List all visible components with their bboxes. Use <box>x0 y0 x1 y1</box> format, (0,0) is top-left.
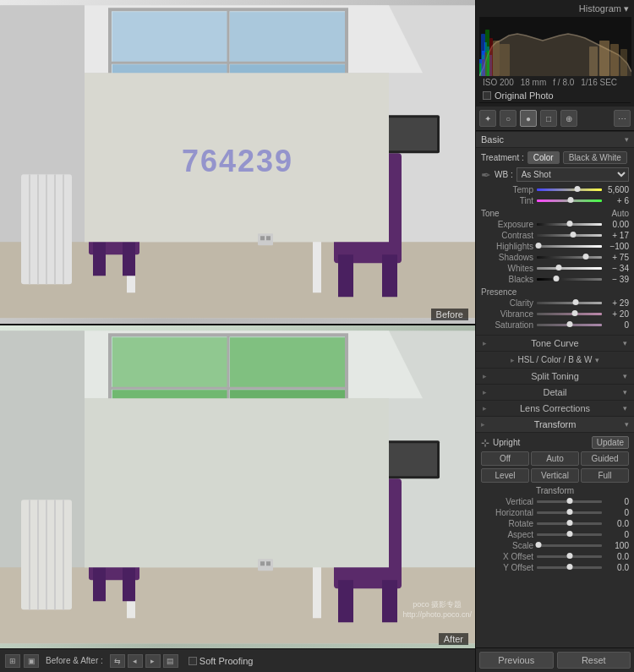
exposure-slider[interactable] <box>537 223 602 226</box>
vibrance-slider[interactable] <box>537 313 602 315</box>
transform-section-header[interactable]: ▸ Transform ▾ <box>476 416 634 433</box>
contrast-slider[interactable] <box>537 234 602 237</box>
basic-arrow: ▾ <box>625 135 629 144</box>
next-state-btn[interactable]: ▸ <box>145 654 161 668</box>
shutter-speed: 1/16 SEC <box>581 78 617 87</box>
radial-tool[interactable]: ⊕ <box>560 110 577 127</box>
whites-thumb[interactable] <box>556 265 562 270</box>
tone-curve-arrow: ▾ <box>623 339 627 347</box>
tone-curve-section[interactable]: ▸ Tone Curve ▾ <box>476 335 634 351</box>
x-offset-thumb[interactable] <box>566 553 572 559</box>
treatment-label: Treatment : <box>481 153 524 162</box>
color-btn[interactable]: Color <box>527 151 560 164</box>
horizontal-thumb[interactable] <box>566 509 572 515</box>
wb-eyedropper[interactable]: ✒ <box>481 168 491 182</box>
highlights-slider[interactable] <box>537 245 602 248</box>
lens-left-indicator: ▸ <box>483 404 487 412</box>
x-offset-value: 0.0 <box>602 552 629 561</box>
transform-arrow: ▾ <box>625 420 629 429</box>
basic-section-header[interactable]: Basic ▾ <box>476 131 634 148</box>
svg-rect-87 <box>489 38 493 76</box>
crop-tool[interactable]: ✦ <box>479 110 496 127</box>
bw-btn[interactable]: Black & White <box>563 151 627 164</box>
highlights-row: Highlights −100 <box>481 242 629 251</box>
clarity-slider[interactable] <box>537 302 602 304</box>
aspect-slider[interactable] <box>537 533 602 536</box>
aspect-thumb[interactable] <box>566 531 572 537</box>
contrast-value: + 17 <box>602 231 629 240</box>
highlights-thumb[interactable] <box>535 243 541 249</box>
basic-label: Basic <box>481 134 504 145</box>
upright-guided-btn[interactable]: Guided <box>581 451 629 466</box>
settings-tool[interactable]: ⋯ <box>614 110 631 127</box>
temp-slider[interactable] <box>537 188 602 191</box>
aperture: f / 8.0 <box>553 78 574 87</box>
shadows-label: Shadows <box>481 253 533 262</box>
svg-rect-3 <box>112 12 228 63</box>
vertical-thumb[interactable] <box>566 498 572 504</box>
vertical-slider[interactable] <box>537 500 602 503</box>
original-photo-checkbox[interactable] <box>483 91 491 100</box>
tone-auto[interactable]: Auto <box>611 209 629 218</box>
horizontal-label: Horizontal <box>481 508 533 517</box>
lens-corrections-section[interactable]: ▸ Lens Corrections ▾ <box>476 400 634 416</box>
upright-auto-btn[interactable]: Auto <box>531 451 579 466</box>
tint-thumb[interactable] <box>568 197 574 203</box>
blacks-slider[interactable] <box>537 278 602 281</box>
layout-btn[interactable]: ▤ <box>163 654 178 668</box>
shadows-thumb[interactable] <box>582 254 588 260</box>
scale-slider[interactable] <box>537 544 602 547</box>
horizontal-row: Horizontal 0 <box>481 508 629 517</box>
shadows-slider[interactable] <box>537 256 602 259</box>
original-photo-row: Original Photo <box>479 89 631 103</box>
graduated-tool[interactable]: □ <box>540 110 557 127</box>
svg-rect-91 <box>599 41 609 76</box>
contrast-thumb[interactable] <box>571 232 577 238</box>
upright-vertical-btn[interactable]: Vertical <box>531 468 579 483</box>
temp-thumb[interactable] <box>574 186 580 192</box>
previous-btn[interactable]: Previous <box>479 652 554 669</box>
saturation-thumb[interactable] <box>566 321 572 327</box>
x-offset-slider[interactable] <box>537 555 602 558</box>
split-toning-section[interactable]: ▸ Split Toning ▾ <box>476 368 634 384</box>
upright-full-btn[interactable]: Full <box>581 468 629 483</box>
clarity-thumb[interactable] <box>573 299 579 305</box>
svg-rect-33 <box>85 73 389 242</box>
upright-off-btn[interactable]: Off <box>481 451 529 466</box>
detail-label: Detail <box>543 387 566 397</box>
detail-section[interactable]: ▸ Detail ▾ <box>476 384 634 400</box>
soft-proofing-toggle[interactable]: Soft Proofing <box>189 656 254 666</box>
swap-btn[interactable]: ⇆ <box>110 654 125 668</box>
soft-proof-checkbox[interactable] <box>189 657 197 665</box>
rotate-slider[interactable] <box>537 522 602 525</box>
original-photo-label: Original Photo <box>495 90 554 101</box>
tools-row: ✦ ○ ● □ ⊕ ⋯ <box>476 107 634 131</box>
horizontal-slider[interactable] <box>537 511 602 514</box>
exposure-thumb[interactable] <box>566 221 572 227</box>
grid-view-btn[interactable]: ⊞ <box>5 654 20 668</box>
compare-btn[interactable]: ▣ <box>24 654 39 668</box>
x-offset-label: X Offset <box>481 552 533 561</box>
redeye-tool[interactable]: ● <box>520 110 537 127</box>
hsl-section[interactable]: ▸ HSL / Color / B & W ▾ <box>476 351 634 368</box>
rotate-thumb[interactable] <box>566 520 572 526</box>
iso-value: ISO 200 <box>483 78 514 87</box>
blacks-thumb[interactable] <box>554 276 560 281</box>
upright-level-btn[interactable]: Level <box>481 468 529 483</box>
y-offset-slider[interactable] <box>537 566 602 569</box>
y-offset-thumb[interactable] <box>566 564 572 570</box>
spot-tool[interactable]: ○ <box>500 110 516 127</box>
clarity-label: Clarity <box>481 298 533 308</box>
saturation-row: Saturation 0 <box>481 320 629 330</box>
prev-state-btn[interactable]: ◂ <box>128 654 143 668</box>
split-toning-left-indicator: ▸ <box>483 372 487 380</box>
update-btn[interactable]: Update <box>592 436 629 449</box>
saturation-slider[interactable] <box>537 324 602 326</box>
whites-slider[interactable] <box>537 267 602 270</box>
vibrance-thumb[interactable] <box>571 310 577 316</box>
exposure-label: Exposure <box>481 220 533 229</box>
tint-slider[interactable] <box>537 199 602 202</box>
scale-thumb[interactable] <box>535 542 541 548</box>
wb-select[interactable]: As Shot <box>516 167 629 182</box>
reset-btn[interactable]: Reset <box>557 652 631 669</box>
